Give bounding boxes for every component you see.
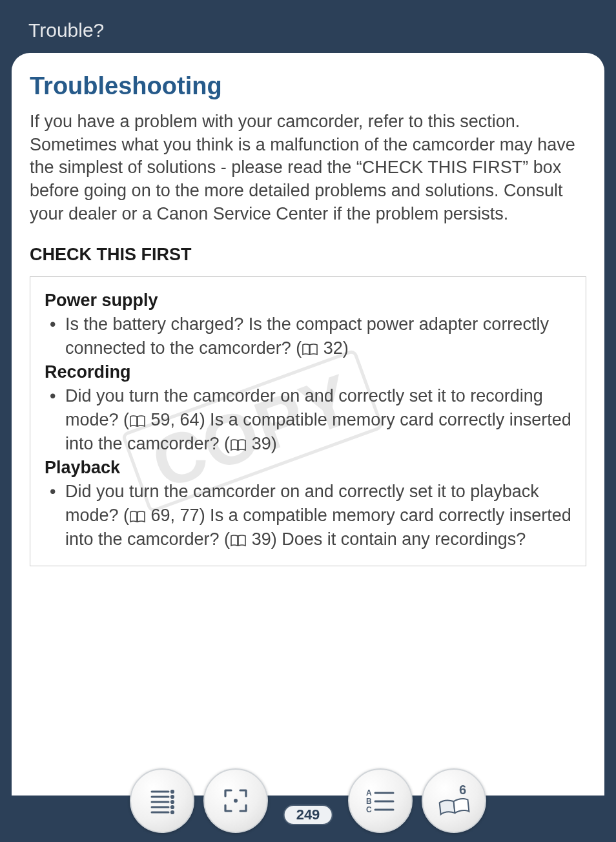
bullet-marker: • (50, 313, 65, 361)
page-ref-icon (129, 510, 146, 523)
open-book-icon: 6 (435, 781, 473, 820)
chapter-button[interactable]: 6 (422, 768, 486, 833)
bullet-power: • Is the battery charged? Is the compact… (45, 313, 571, 361)
page-card: COPY Troubleshooting If you have a probl… (12, 53, 604, 796)
toolbar-spacer (277, 797, 339, 804)
page-ref-icon (230, 534, 247, 547)
bullet-marker: • (50, 480, 65, 552)
page-content: Troubleshooting If you have a problem wi… (30, 72, 586, 566)
bullet-text: Is the battery charged? Is the compact p… (65, 313, 571, 361)
list-icon (147, 785, 178, 816)
svg-point-10 (234, 799, 238, 803)
intro-paragraph: If you have a problem with your camcorde… (30, 110, 586, 225)
header-tab: Trouble? (0, 0, 616, 53)
bullet-text: Did you turn the camcorder on and correc… (65, 384, 571, 457)
svg-text:A: A (366, 788, 372, 797)
page-number: 249 (296, 806, 320, 823)
abc-list-icon: A B C (364, 786, 397, 815)
page-title: Troubleshooting (30, 72, 586, 100)
section-heading-recording: Recording (45, 360, 571, 384)
expand-icon (220, 785, 251, 816)
section-heading-power: Power supply (45, 289, 571, 312)
svg-point-9 (171, 811, 173, 813)
page-ref-icon (302, 343, 318, 356)
section-heading-playback: Playback (45, 456, 571, 479)
bullet-text: Did you turn the camcorder on and correc… (65, 480, 571, 552)
index-button[interactable]: A B C (348, 768, 413, 833)
toc-button[interactable] (130, 768, 194, 833)
header-tab-title: Trouble? (28, 19, 104, 41)
svg-point-3 (171, 796, 173, 797)
page-ref-icon (129, 415, 146, 427)
check-this-first-heading: CHECK THIS FIRST (30, 245, 586, 265)
bullet-playback: • Did you turn the camcorder on and corr… (45, 480, 571, 552)
svg-text:B: B (366, 797, 372, 806)
fullscreen-button[interactable] (203, 768, 268, 833)
page-number-badge: 249 (283, 805, 333, 825)
bullet-marker: • (50, 384, 65, 457)
page-ref-icon (230, 438, 247, 451)
chapter-number: 6 (459, 783, 466, 797)
bullet-recording: • Did you turn the camcorder on and corr… (45, 384, 571, 457)
svg-point-7 (171, 806, 173, 808)
svg-point-5 (171, 801, 173, 803)
svg-text:C: C (366, 805, 372, 814)
svg-point-1 (171, 790, 173, 792)
check-this-first-box: Power supply • Is the battery charged? I… (30, 276, 586, 566)
